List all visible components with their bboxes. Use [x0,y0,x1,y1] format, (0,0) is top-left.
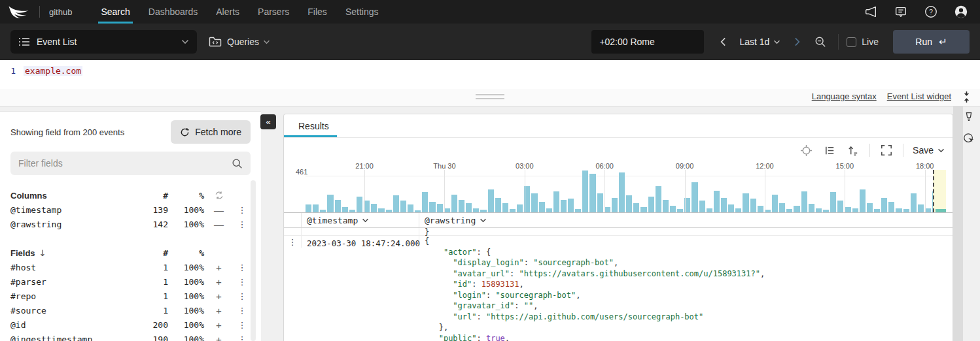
add-column-button[interactable]: + [204,319,234,331]
histogram-bar[interactable] [408,204,413,212]
histogram-bar[interactable] [357,197,362,212]
field-row-id[interactable]: @id 200 100% + ⋮ [10,317,251,332]
histogram-bar[interactable] [466,203,472,212]
histogram-bar[interactable] [335,200,341,212]
histogram-bar[interactable] [772,195,778,212]
add-column-button[interactable]: + [204,262,234,273]
histogram-bar[interactable] [451,195,457,212]
add-column-button[interactable]: + [204,276,234,287]
nav-item-alerts[interactable]: Alerts [207,0,249,24]
histogram-bar[interactable] [510,209,516,212]
help-icon[interactable]: ? [924,5,938,19]
row-menu-icon[interactable]: ⋮ [234,320,251,330]
feedback-icon[interactable] [894,5,908,19]
refresh-columns-icon[interactable] [204,191,234,200]
histogram-bar[interactable] [918,204,924,212]
histogram-bar[interactable] [597,193,603,212]
save-dropdown[interactable]: Save [913,145,945,155]
histogram-bar[interactable] [779,203,785,212]
histogram-bar[interactable] [612,198,618,212]
language-syntax-link[interactable]: Language syntax [812,91,877,101]
megaphone-icon[interactable] [864,5,878,19]
add-column-button[interactable]: + [204,334,234,341]
zoom-out-time-icon[interactable] [811,32,830,52]
histogram-bar[interactable] [531,193,537,212]
remove-column-button[interactable]: — [204,204,234,216]
histogram-bar[interactable] [903,209,909,212]
histogram-bar[interactable] [707,208,712,212]
event-row[interactable]: ⋮ 2023-03-30 18:47:24.000 { "actor": { "… [284,236,953,341]
live-toggle[interactable]: Live [847,37,879,47]
histogram-bar[interactable] [794,206,799,212]
histogram-bar[interactable] [801,191,807,212]
row-menu-icon[interactable]: ⋮ [234,205,251,215]
fetch-more-button[interactable]: Fetch more [171,120,251,144]
histogram-bar[interactable] [699,201,705,212]
histogram-bar[interactable] [568,199,574,212]
scrollbar[interactable] [251,180,256,341]
histogram-bar[interactable] [313,204,319,212]
add-column-button[interactable]: + [204,291,234,302]
histogram-bar[interactable] [823,210,829,212]
resize-drag-handle[interactable] [476,94,504,102]
query-text[interactable]: example.com [24,66,82,76]
histogram-bar[interactable] [473,208,479,212]
histogram-bar[interactable] [837,201,843,212]
row-menu-icon[interactable]: ⋮ [234,219,251,229]
scrollbar[interactable] [953,106,963,341]
histogram-bar[interactable] [415,210,421,212]
histogram-bar[interactable] [925,208,931,212]
histogram-bar[interactable] [816,208,822,212]
row-density-icon[interactable] [822,143,837,157]
histogram-bar[interactable] [517,204,523,212]
timezone-selector[interactable]: +02:00 Rome [591,30,704,54]
histogram-bar[interactable] [422,192,428,212]
event-menu-icon[interactable]: ⋮ [289,237,297,248]
time-range-dropdown[interactable]: Last 1d [737,37,783,47]
histogram-bar[interactable] [480,210,486,212]
column-row-rawstring[interactable]: @rawstring 142 100% — ⋮ [10,217,251,231]
histogram-bar[interactable] [750,199,756,212]
queries-dropdown[interactable]: Queries [209,37,270,47]
row-menu-icon[interactable]: ⋮ [234,263,251,272]
tab-results[interactable]: Results [298,121,329,131]
histogram-bar[interactable] [582,170,588,212]
histogram-bar[interactable] [437,204,443,212]
histogram-bar[interactable] [539,202,545,212]
collapse-editor-icon[interactable] [962,91,975,104]
histogram-bar[interactable] [896,208,901,212]
histogram-bar[interactable] [589,174,595,212]
histogram-bar[interactable] [393,195,399,212]
avatar[interactable] [954,5,968,19]
nav-item-dashboards[interactable]: Dashboards [139,0,207,24]
histogram-bar[interactable] [626,195,632,212]
live-checkbox[interactable] [847,37,856,47]
histogram-bar[interactable] [721,198,727,212]
field-row-parser[interactable]: #parser 1 100% + ⋮ [10,274,251,289]
histogram-bar[interactable] [911,193,917,212]
event-list-widget-link[interactable]: Event List widget [887,91,951,101]
histogram-bar[interactable] [852,208,858,212]
histogram-bar[interactable] [845,207,850,212]
histogram-bar[interactable] [386,210,392,212]
histogram-bar[interactable] [656,186,661,212]
histogram-bar[interactable] [327,195,333,212]
crosshair-icon[interactable] [799,143,813,157]
fields-title[interactable]: Fields↓ [10,248,135,258]
histogram-bar[interactable] [830,192,836,212]
row-menu-icon[interactable]: ⋮ [234,277,251,287]
histogram-bar[interactable] [633,203,639,212]
histogram-bar[interactable] [553,191,559,212]
histogram-bar[interactable] [488,189,494,212]
collapse-fields-panel-button[interactable]: « [260,114,276,129]
event-histogram[interactable]: 461 21:00Thu 3003:0006:0009:0012:0015:00… [284,161,953,213]
histogram-bar[interactable] [888,202,894,212]
histogram-bar[interactable] [728,204,734,212]
column-header-timestamp[interactable]: @timestamp [307,216,369,225]
run-button[interactable]: Run ↵ [893,30,970,54]
histogram-bar[interactable] [502,203,508,212]
sort-order-icon[interactable] [846,143,860,157]
histogram-bar[interactable] [459,200,464,212]
histogram-bar[interactable] [758,206,763,212]
time-shift-forward-button[interactable] [787,32,807,52]
